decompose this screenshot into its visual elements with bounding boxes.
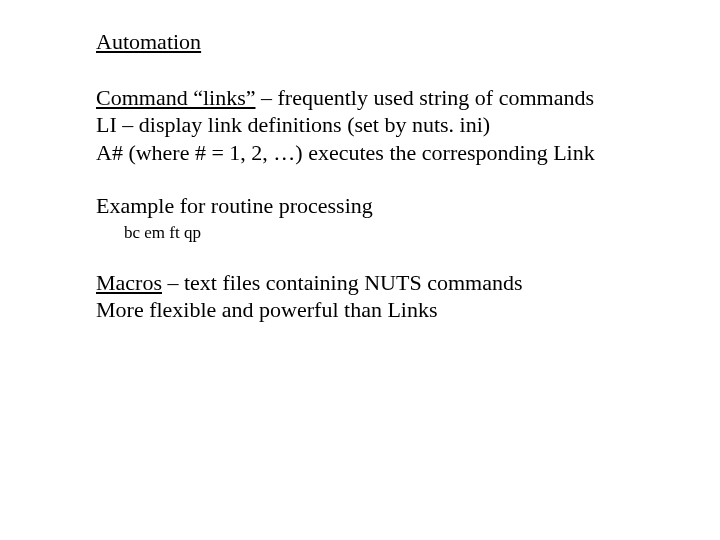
command-links-label: Command “links”: [96, 85, 255, 110]
example-block: Example for routine processing bc em ft …: [96, 192, 680, 243]
macros-desc: – text files containing NUTS commands: [162, 270, 523, 295]
command-links-line-1: Command “links” – frequently used string…: [96, 84, 680, 112]
document-body: Automation Command “links” – frequently …: [0, 0, 720, 324]
title-text: Automation: [96, 29, 201, 54]
example-code: bc em ft qp: [96, 220, 680, 243]
li-definition: LI – display link definitions (set by nu…: [96, 111, 680, 139]
example-label: Example for routine processing: [96, 192, 680, 220]
command-links-block: Command “links” – frequently used string…: [96, 84, 680, 167]
macros-block: Macros – text files containing NUTS comm…: [96, 269, 680, 324]
macros-label: Macros: [96, 270, 162, 295]
macros-line-2: More flexible and powerful than Links: [96, 296, 680, 324]
page-title: Automation: [96, 28, 680, 56]
command-links-desc: – frequently used string of commands: [255, 85, 594, 110]
a-hash-definition: A# (where # = 1, 2, …) executes the corr…: [96, 139, 680, 167]
macros-line-1: Macros – text files containing NUTS comm…: [96, 269, 680, 297]
